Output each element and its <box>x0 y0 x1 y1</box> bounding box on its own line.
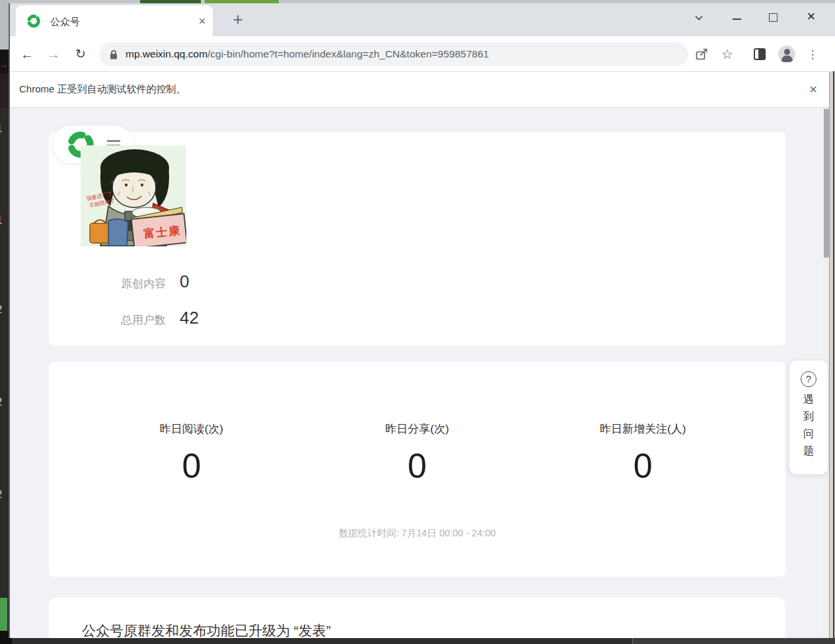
window-minimize-button[interactable] <box>727 9 746 27</box>
account-avatar-image[interactable]: 富士康 我要进厂了 不能陪你了 <box>81 145 186 246</box>
page-viewport: 原创内容 0 总用户数 42 <box>10 108 830 638</box>
original-content-label: 原创内容 <box>121 276 166 291</box>
help-char: 遇 <box>789 391 828 408</box>
stat-label: 昨日分享(次) <box>305 421 530 437</box>
side-panel-icon[interactable] <box>752 44 768 64</box>
profile-avatar-icon[interactable] <box>778 44 795 64</box>
help-widget[interactable]: ? 遇 到 问 题 <box>789 361 828 474</box>
background-editor-strip: → 1 1 2 2 2 <box>0 0 9 644</box>
background-orange-marker: → <box>1 61 8 69</box>
total-users-label: 总用户数 <box>121 312 166 328</box>
stat-value: 0 <box>305 446 530 485</box>
notice-text: 公众号原群发和发布功能已升级为 “发表” <box>82 622 331 638</box>
address-bar[interactable]: mp.weixin.qq.com/cgi-bin/home?t=home/ind… <box>99 42 688 66</box>
background-right-edge-line <box>833 71 834 638</box>
reload-button[interactable]: ↻ <box>71 44 91 64</box>
tab-gongzhonghao[interactable]: 公众号 × <box>16 5 213 36</box>
wechat-mp-favicon-icon <box>26 14 41 28</box>
new-tab-button[interactable]: + <box>228 10 248 30</box>
help-char: 题 <box>789 443 828 460</box>
browser-menu-icon[interactable]: ⋮ <box>806 44 819 64</box>
total-users-value: 42 <box>180 308 199 328</box>
background-line-number: 2 <box>0 304 8 315</box>
window-maximize-button[interactable] <box>764 9 782 27</box>
background-strip-dark <box>0 73 9 108</box>
stats-card: 昨日阅读(次) 0 昨日分享(次) 0 昨日新增关注(人) 0 数据统计时间: … <box>49 362 785 577</box>
help-char: 问 <box>789 425 828 443</box>
bookmark-star-icon[interactable]: ☆ <box>718 44 737 64</box>
background-bottom-bar-right <box>632 638 835 644</box>
tab-close-icon[interactable]: × <box>194 14 210 30</box>
question-mark-icon: ? <box>801 371 817 387</box>
original-content-value: 0 <box>180 271 189 292</box>
browser-toolbar: ← → ↻ mp.weixin.qq.com/cgi-bin/home?t=ho… <box>10 36 835 71</box>
back-button[interactable]: ← <box>17 44 37 64</box>
browser-window: 公众号 × + × ← → ↻ mp.weixin.qq.com/cgi-bin… <box>9 3 835 638</box>
stat-yesterday-shares: 昨日分享(次) 0 <box>305 421 530 485</box>
url-path: /cgi-bin/home?t=home/index&lang=zh_CN&to… <box>207 48 489 59</box>
background-line-number: 2 <box>0 489 8 500</box>
url-text: mp.weixin.qq.com/cgi-bin/home?t=home/ind… <box>126 48 489 60</box>
stat-label: 昨日新增关注(人) <box>530 421 756 437</box>
background-line-number: 2 <box>0 396 8 408</box>
lock-icon <box>110 50 118 59</box>
infobar-message: Chrome 正受到自动测试软件的控制。 <box>19 83 186 96</box>
url-domain: mp.weixin.qq.com <box>126 48 207 59</box>
infobar-close-icon[interactable]: × <box>805 81 822 98</box>
help-char: 到 <box>789 408 828 425</box>
share-icon[interactable] <box>692 44 711 64</box>
stat-yesterday-new-followers: 昨日新增关注(人) 0 <box>530 421 756 485</box>
notice-card: 公众号原群发和发布功能已升级为 “发表” <box>49 598 785 638</box>
forward-button[interactable]: → <box>44 44 63 64</box>
stat-value: 0 <box>79 446 305 485</box>
stat-value: 0 <box>530 446 756 485</box>
tab-title: 公众号 <box>50 16 80 28</box>
background-bottom-bar-left <box>0 638 12 644</box>
background-bottom-bar <box>0 638 835 644</box>
tab-search-chevron-icon[interactable] <box>690 9 708 27</box>
window-close-button[interactable]: × <box>802 7 820 26</box>
stat-yesterday-reads: 昨日阅读(次) 0 <box>79 421 305 485</box>
stats-row: 昨日阅读(次) 0 昨日分享(次) 0 昨日新增关注(人) 0 <box>49 421 785 485</box>
background-line-number: 1 <box>0 123 8 134</box>
automation-infobar: Chrome 正受到自动测试软件的控制。 × <box>10 71 835 108</box>
stats-time-note: 数据统计时间: 7月14日 00:00 - 24:00 <box>49 527 785 540</box>
background-strip-top <box>0 0 9 50</box>
tab-strip: 公众号 × + × <box>10 3 835 36</box>
stat-label: 昨日阅读(次) <box>79 421 305 437</box>
background-line-number: 1 <box>0 215 8 226</box>
background-green-block <box>0 598 7 631</box>
